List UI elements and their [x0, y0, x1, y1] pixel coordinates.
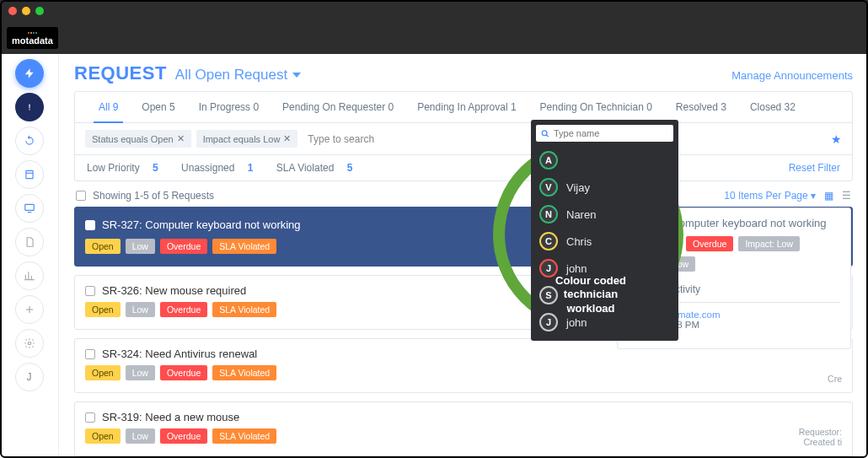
- status-badge: Low: [126, 302, 155, 317]
- card-title-text: SR-327: Computer keyboard not working: [102, 218, 301, 231]
- card-checkbox[interactable]: [85, 286, 95, 296]
- window-min-dot[interactable]: [22, 7, 30, 15]
- chip-remove-icon[interactable]: ✕: [283, 133, 291, 144]
- svg-point-10: [542, 130, 547, 135]
- status-tabs: All 9Open 5In Progress 0Pending On Reque…: [75, 92, 852, 123]
- manage-announcements-link[interactable]: Manage Announcements: [731, 69, 853, 82]
- assign-option-name: john: [566, 316, 587, 329]
- tab-res[interactable]: Resolved 3: [664, 92, 738, 122]
- tab-open[interactable]: Open 5: [130, 92, 186, 122]
- status-badge: Open: [85, 365, 121, 380]
- nav-chart-icon[interactable]: [15, 261, 44, 290]
- tab-pot[interactable]: Pending On Technician 0: [528, 92, 664, 122]
- brand-text: motadata: [12, 35, 53, 46]
- nav-bolt-icon[interactable]: [15, 59, 44, 88]
- card-checkbox[interactable]: [85, 220, 95, 230]
- star-icon[interactable]: ★: [831, 132, 842, 146]
- card-meta: Requestor:Created ti: [799, 427, 842, 447]
- status-badge: Low: [126, 365, 155, 380]
- assign-dropdown: AVVijayNNarenCChrisJjohnSJjohn: [531, 120, 678, 341]
- nav-monitor-icon[interactable]: [15, 194, 44, 223]
- search-icon: [541, 129, 549, 138]
- status-badge: Low: [126, 428, 155, 444]
- status-badge: Overdue: [160, 239, 207, 254]
- window-close-dot[interactable]: [8, 7, 17, 15]
- select-all-checkbox[interactable]: [76, 191, 86, 201]
- status-badge: SLA Violated: [212, 302, 276, 317]
- svg-point-7: [28, 342, 31, 345]
- assign-option-name: john: [566, 262, 587, 275]
- status-badge: Overdue: [160, 302, 207, 317]
- caret-down-icon: [292, 73, 301, 78]
- nav-gear-icon[interactable]: [15, 329, 44, 358]
- assign-option[interactable]: Jjohn: [536, 309, 673, 336]
- top-strip: motadata: [0, 22, 868, 54]
- list-view-icon[interactable]: ☰: [842, 190, 851, 202]
- card-title-text: SR-324: Need Antivirus renewal: [102, 348, 257, 360]
- showing-text: Showing 1-5 of 5 Requests: [93, 190, 214, 202]
- svg-line-11: [546, 134, 548, 136]
- status-badge: Open: [85, 428, 121, 444]
- filter-panel: All 9Open 5In Progress 0Pending On Reque…: [74, 91, 853, 181]
- card-checkbox[interactable]: [85, 412, 95, 423]
- card-title-text: SR-326: New mouse required: [102, 284, 246, 297]
- filter-chip[interactable]: Status equals Open ✕: [85, 130, 191, 148]
- tab-cls[interactable]: Closed 32: [738, 92, 807, 122]
- view-selector[interactable]: All Open Request: [175, 67, 301, 84]
- page-title: REQUEST: [74, 62, 167, 84]
- svg-rect-1: [25, 170, 32, 178]
- assign-search[interactable]: [536, 125, 673, 142]
- window-max-dot[interactable]: [35, 7, 44, 15]
- status-badge: Open: [85, 302, 121, 317]
- assign-option[interactable]: S: [536, 282, 673, 309]
- reset-filter-link[interactable]: Reset Filter: [789, 162, 840, 174]
- assign-option[interactable]: NNaren: [536, 201, 673, 228]
- nav-plus-icon[interactable]: [15, 295, 44, 324]
- assign-search-input[interactable]: [554, 128, 668, 138]
- tab-preq[interactable]: Pending On Requester 0: [271, 92, 405, 122]
- status-badge: Overdue: [160, 428, 207, 444]
- assign-option-name: Naren: [566, 208, 596, 221]
- card-checkbox[interactable]: [85, 349, 95, 359]
- sidebar: J: [0, 54, 59, 458]
- status-badge: SLA Violated: [212, 428, 276, 444]
- detail-badge: Impact: Low: [738, 236, 800, 251]
- tab-prog[interactable]: In Progress 0: [187, 92, 271, 122]
- status-badge: Overdue: [160, 365, 207, 380]
- card-title-text: SR-319: Need a new mouse: [102, 411, 239, 423]
- nav-book-icon[interactable]: [15, 160, 44, 189]
- nav-user-avatar[interactable]: J: [15, 363, 44, 391]
- nav-alert-icon[interactable]: [15, 93, 44, 121]
- tab-all[interactable]: All 9: [87, 92, 130, 122]
- qf-unassigned[interactable]: Unassigned: [181, 162, 234, 174]
- card-meta: Cre: [828, 364, 842, 384]
- tab-pia[interactable]: Pending In Approval 1: [405, 92, 528, 122]
- svg-rect-3: [24, 204, 34, 210]
- assign-option-name: Vijay: [566, 181, 590, 194]
- qf-sla[interactable]: SLA Violated: [276, 162, 335, 174]
- status-badge: Low: [126, 239, 155, 254]
- brand-logo: motadata: [7, 27, 58, 49]
- status-badge: SLA Violated: [212, 365, 276, 380]
- nav-doc-icon[interactable]: [15, 228, 44, 256]
- assign-option[interactable]: CChris: [536, 228, 673, 255]
- assign-option[interactable]: Jjohn: [536, 255, 673, 282]
- filter-chip[interactable]: Impact equals Low ✕: [196, 130, 298, 148]
- qf-low[interactable]: Low Priority: [87, 162, 140, 174]
- assign-option[interactable]: VVijay: [536, 174, 673, 201]
- window-titlebar: [0, 0, 868, 22]
- chip-remove-icon[interactable]: ✕: [177, 133, 185, 144]
- status-badge: SLA Violated: [212, 239, 276, 254]
- assign-option[interactable]: A: [536, 147, 673, 174]
- perpage-selector[interactable]: 10 Items Per Page ▾: [724, 190, 816, 202]
- grid-view-icon[interactable]: ▦: [824, 190, 833, 202]
- nav-refresh-icon[interactable]: [15, 127, 44, 155]
- assign-option-name: Chris: [566, 235, 592, 248]
- detail-badge: Overdue: [686, 236, 733, 251]
- request-card[interactable]: SR-319: Need a new mouseOpenLowOverdueSL…: [74, 401, 853, 456]
- view-label: All Open Request: [175, 67, 287, 84]
- status-badge: Open: [85, 239, 121, 254]
